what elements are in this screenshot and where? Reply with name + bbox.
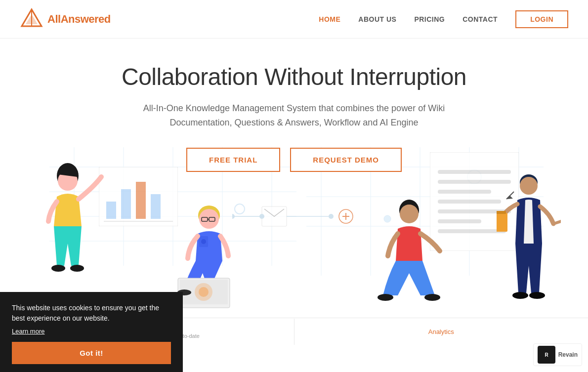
nav-home[interactable]: HOME: [319, 15, 340, 23]
login-button[interactable]: LOGIN: [515, 10, 568, 28]
deco-chart: [99, 167, 178, 226]
cookie-learn-more[interactable]: Learn more: [12, 328, 44, 335]
request-demo-button[interactable]: REQUEST DEMO: [290, 148, 402, 172]
svg-point-44: [329, 214, 334, 219]
svg-point-72: [512, 292, 528, 299]
free-trial-button[interactable]: FREE TRIAL: [186, 148, 280, 172]
svg-point-65: [400, 205, 419, 223]
svg-point-51: [70, 265, 84, 272]
nav-contact[interactable]: CONTACT: [462, 15, 498, 23]
person-far-right: [497, 169, 561, 318]
hero-buttons: FREE TRIAL REQUEST DEMO: [20, 148, 568, 172]
svg-rect-71: [497, 211, 506, 214]
logo-icon: [20, 7, 43, 31]
nav-about[interactable]: ABOUT US: [358, 15, 396, 23]
svg-point-62: [199, 287, 209, 297]
logo-text: AllAnswered: [47, 13, 111, 26]
svg-rect-26: [136, 182, 146, 219]
svg-point-58: [201, 239, 206, 244]
nav-links: HOME ABOUT US PRICING CONTACT LOGIN: [319, 10, 568, 28]
cookie-accept-button[interactable]: Got it!: [12, 342, 171, 364]
svg-point-67: [424, 294, 440, 301]
nav-pricing[interactable]: PRICING: [414, 15, 445, 23]
cookie-banner: This website uses cookies to ensure you …: [0, 292, 183, 372]
revain-text: Revain: [558, 351, 578, 358]
navbar: AllAnswered HOME ABOUT US PRICING CONTAC…: [0, 0, 588, 39]
cookie-text: This website uses cookies to ensure you …: [12, 303, 171, 324]
person-left: [30, 162, 106, 305]
svg-rect-25: [121, 189, 131, 219]
svg-rect-24: [106, 202, 116, 219]
tab-analytics[interactable]: Analytics: [294, 322, 588, 341]
svg-point-42: [259, 214, 264, 219]
logo[interactable]: AllAnswered: [20, 7, 111, 31]
revain-icon: R: [538, 346, 555, 364]
person-right: [368, 197, 450, 318]
svg-rect-70: [497, 213, 507, 232]
svg-point-66: [378, 294, 393, 301]
svg-point-50: [51, 265, 65, 272]
svg-rect-27: [151, 194, 161, 219]
svg-point-73: [529, 292, 545, 299]
svg-point-69: [520, 177, 538, 195]
deco-workflow: [232, 187, 380, 246]
hero-subtitle: All-In-One Knowledge Management System t…: [121, 101, 467, 130]
svg-text:R: R: [545, 352, 548, 358]
hero-title: Collaboration Without Interruption: [20, 63, 568, 90]
revain-badge[interactable]: R Revain: [533, 343, 582, 366]
